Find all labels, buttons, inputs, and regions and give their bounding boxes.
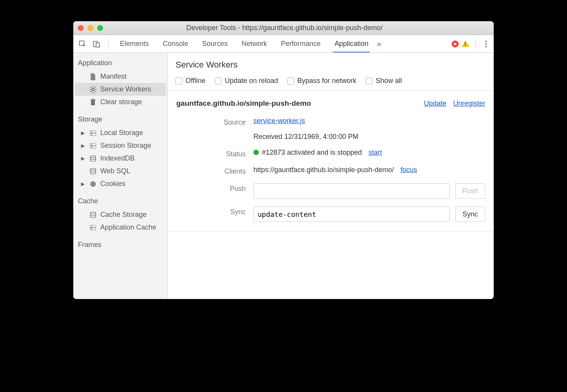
window-traffic-lights bbox=[78, 25, 103, 31]
sidebar-item-label: Cache Storage bbox=[100, 211, 147, 219]
svg-rect-13 bbox=[90, 100, 96, 100]
svg-rect-14 bbox=[92, 99, 94, 100]
sidebar-item-label: Web SQL bbox=[100, 167, 130, 175]
sidebar-item-label: Manifest bbox=[100, 73, 127, 81]
svg-point-21 bbox=[90, 155, 96, 157]
checkbox-label: Show all bbox=[376, 77, 402, 85]
push-label: Push bbox=[176, 183, 253, 193]
tab-network[interactable]: Network bbox=[236, 35, 272, 52]
separator bbox=[476, 39, 476, 49]
devtools-menu-icon[interactable] bbox=[482, 41, 490, 47]
svg-point-22 bbox=[90, 168, 96, 170]
received-time: Received 12/31/1969, 4:00:00 PM bbox=[253, 133, 485, 141]
tab-elements[interactable]: Elements bbox=[115, 35, 154, 52]
sidebar-item-local-storage[interactable]: ▶ Local Storage bbox=[73, 127, 167, 139]
document-icon bbox=[89, 73, 96, 80]
source-label: Source bbox=[176, 117, 253, 127]
chevron-right-icon[interactable]: ▶ bbox=[81, 181, 86, 187]
svg-point-23 bbox=[90, 181, 96, 187]
update-link[interactable]: Update bbox=[424, 100, 446, 108]
sidebar-item-cookies[interactable]: ▶ Cookies bbox=[73, 177, 167, 190]
sync-label: Sync bbox=[176, 206, 253, 216]
sidebar-item-application-cache[interactable]: Application Cache bbox=[73, 221, 167, 234]
status-label: Status bbox=[176, 149, 253, 158]
source-file-link[interactable]: service-worker.js bbox=[253, 117, 305, 125]
sidebar-header-frames: Frames bbox=[73, 237, 167, 252]
svg-line-8 bbox=[91, 87, 91, 88]
sidebar-item-clear-storage[interactable]: Clear storage bbox=[73, 96, 167, 108]
svg-point-26 bbox=[93, 184, 94, 185]
focus-link[interactable]: focus bbox=[400, 166, 417, 174]
sidebar-item-label: Local Storage bbox=[100, 129, 143, 137]
clients-label: Clients bbox=[176, 166, 253, 176]
warning-badge-icon[interactable] bbox=[462, 41, 469, 47]
checkbox-label: Bypass for network bbox=[297, 77, 356, 85]
svg-point-27 bbox=[91, 184, 92, 185]
application-sidebar: Application Manifest Service Workers Cle… bbox=[73, 53, 168, 299]
status-indicator-icon bbox=[253, 150, 259, 155]
trash-icon bbox=[89, 99, 96, 106]
grid-icon bbox=[89, 224, 96, 231]
unregister-link[interactable]: Unregister bbox=[453, 100, 485, 108]
main-panel: Service Workers Offline Update on reload… bbox=[168, 53, 494, 299]
sidebar-header-cache: Cache bbox=[73, 193, 167, 208]
cookie-icon bbox=[89, 181, 96, 188]
tab-console[interactable]: Console bbox=[157, 35, 194, 52]
chevron-right-icon[interactable]: ▶ bbox=[81, 143, 86, 149]
database-icon bbox=[89, 168, 96, 175]
sidebar-item-label: IndexedDB bbox=[100, 154, 135, 162]
window-title: Developer Tools - https://gauntface.gith… bbox=[107, 24, 462, 32]
status-text: #12873 activated and is stopped bbox=[262, 149, 362, 156]
sidebar-header-application: Application bbox=[73, 55, 167, 70]
sidebar-item-label: Service Workers bbox=[100, 85, 151, 93]
sidebar-item-manifest[interactable]: Manifest bbox=[73, 70, 167, 83]
svg-point-28 bbox=[90, 212, 96, 214]
separator bbox=[108, 39, 108, 49]
sidebar-item-indexeddb[interactable]: ▶ IndexedDB bbox=[73, 152, 167, 165]
sidebar-item-label: Session Storage bbox=[100, 142, 151, 150]
svg-rect-12 bbox=[91, 100, 95, 105]
tab-performance[interactable]: Performance bbox=[275, 35, 326, 52]
sidebar-item-web-sql[interactable]: Web SQL bbox=[73, 165, 167, 177]
database-icon bbox=[89, 211, 96, 218]
svg-point-24 bbox=[91, 182, 92, 183]
database-icon bbox=[89, 155, 96, 162]
push-input[interactable] bbox=[253, 183, 450, 199]
sidebar-item-label: Application Cache bbox=[100, 223, 156, 231]
tab-sources[interactable]: Sources bbox=[197, 35, 233, 52]
sidebar-item-service-workers[interactable]: Service Workers bbox=[75, 83, 166, 96]
svg-line-10 bbox=[91, 91, 91, 92]
svg-rect-2 bbox=[96, 43, 100, 47]
svg-point-3 bbox=[92, 88, 94, 91]
more-tabs-icon[interactable]: » bbox=[377, 39, 381, 48]
zoom-window-button[interactable] bbox=[97, 25, 103, 31]
start-link[interactable]: start bbox=[368, 149, 382, 156]
update-on-reload-checkbox[interactable]: Update on reload bbox=[215, 77, 278, 85]
bypass-for-network-checkbox[interactable]: Bypass for network bbox=[287, 77, 356, 85]
inspect-element-icon[interactable] bbox=[77, 39, 88, 49]
app-body: Application Manifest Service Workers Cle… bbox=[73, 53, 494, 299]
show-all-checkbox[interactable]: Show all bbox=[366, 77, 402, 85]
toggle-device-toolbar-icon[interactable] bbox=[91, 39, 102, 49]
grid-icon bbox=[89, 142, 96, 149]
chevron-right-icon[interactable]: ▶ bbox=[81, 130, 86, 136]
error-badge-icon[interactable] bbox=[452, 41, 459, 47]
offline-checkbox[interactable]: Offline bbox=[176, 77, 206, 85]
tab-application[interactable]: Application bbox=[329, 35, 374, 52]
sidebar-header-storage: Storage bbox=[73, 112, 167, 127]
close-window-button[interactable] bbox=[78, 25, 84, 31]
svg-line-9 bbox=[95, 91, 96, 92]
push-button[interactable]: Push bbox=[455, 183, 485, 199]
checkbox-label: Offline bbox=[186, 77, 206, 85]
sidebar-item-cache-storage[interactable]: Cache Storage bbox=[73, 208, 167, 221]
minimize-window-button[interactable] bbox=[88, 25, 93, 31]
sync-button[interactable]: Sync bbox=[455, 206, 485, 222]
checkbox-label: Update on reload bbox=[225, 77, 278, 85]
sidebar-item-label: Cookies bbox=[100, 180, 125, 188]
svg-point-25 bbox=[93, 182, 94, 183]
devtools-window: Developer Tools - https://gauntface.gith… bbox=[73, 21, 494, 299]
sync-input[interactable] bbox=[253, 206, 450, 222]
sidebar-item-session-storage[interactable]: ▶ Session Storage bbox=[73, 139, 167, 152]
panel-title: Service Workers bbox=[176, 60, 486, 70]
chevron-right-icon[interactable]: ▶ bbox=[81, 155, 86, 161]
